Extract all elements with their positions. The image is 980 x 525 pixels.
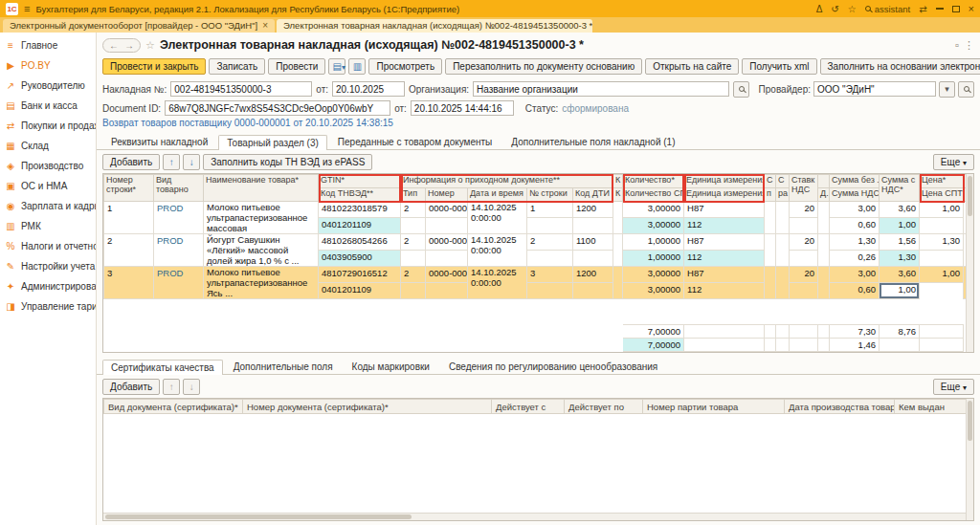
cell-doc-number-2[interactable] [426,283,468,299]
provider-lookup-button[interactable] [958,81,974,98]
get-xml-button[interactable]: Получить xml [742,58,816,75]
cell-sp[interactable] [765,267,776,299]
move-down-button[interactable]: ↓ [183,154,200,170]
cell-item-name[interactable]: Молоко питьевое ультрапастеризованное ма… [204,202,319,234]
cell-gtin[interactable]: 4810268054266 [319,234,401,251]
main-menu-icon[interactable]: ≡ [24,3,30,14]
cell-doc-type-2[interactable] [401,218,426,234]
cell-doc-line-2[interactable] [527,218,573,234]
cell-gtin[interactable]: 4810729016512 [319,267,401,283]
cert-move-up-button[interactable]: ↑ [163,379,180,395]
table-row[interactable]: 3PRODМолоко питьевое ультрапастеризованн… [104,267,974,283]
resize-icon[interactable]: ▫ [955,39,959,51]
view-button[interactable]: Просмотреть [368,58,442,75]
write-button[interactable]: Записать [209,58,265,75]
cell-gtin[interactable]: 4810223018579 [319,202,401,218]
cell-doc-line[interactable]: 3 [527,267,573,283]
cell-unit-spt[interactable]: 112 [684,218,765,234]
cell-item-kind[interactable]: PROD [154,234,204,267]
sidebar-item-taxes[interactable]: %Налоги и отчетность [0,236,96,256]
cell-dti-code[interactable]: 1100 [573,234,613,251]
cell-d[interactable] [818,202,830,234]
cell-doc-type[interactable]: 2 [401,234,426,251]
cell-k[interactable] [613,234,623,267]
cell-sum-with-vat[interactable]: 1,56 [880,234,920,251]
cell-dti-code[interactable]: 1200 [573,267,613,283]
cell-dti-code[interactable]: 1200 [573,202,613,218]
tab-document-section-2[interactable]: Переданные с товаром документы [329,134,501,149]
cell-doc-number[interactable]: 0000-000 [426,202,468,218]
sidebar-item-accounting-settings[interactable]: ✎Настройки учета [0,256,96,276]
create-based-on-button[interactable]: ▤▾ [328,58,345,75]
cell-unit[interactable]: H87 [684,202,765,218]
certificates-more-button[interactable]: Еще ▾ [933,379,974,395]
cell-price-spt[interactable]: 1,00 [880,283,920,299]
close-window-button[interactable]: × [969,3,974,14]
tab-certificates-section-0[interactable]: Сертификаты качества [102,360,223,375]
cell-doc-number-2[interactable] [426,218,468,234]
sidebar-item-bank[interactable]: ▤Банк и касса [0,96,96,116]
tab-certificates-section-2[interactable]: Коды маркировки [344,359,438,374]
cell-doc-line-2[interactable] [527,283,573,299]
cell-price[interactable]: 1,30 [920,234,964,251]
cell-sp[interactable] [765,234,776,267]
post-and-close-button[interactable]: Провести и закрыть [102,58,206,75]
support-icon[interactable]: ⇄ [919,4,926,14]
open-on-site-button[interactable]: Открыть на сайте [645,58,739,75]
provider-input[interactable] [813,81,936,97]
app-tab-edo[interactable]: Электронный документооборот [провайдер -… [3,19,275,33]
cell-item-kind[interactable]: PROD [154,202,204,234]
table-row[interactable]: 2PRODЙогурт Савушкин «Лёгкий» массовой д… [104,234,974,251]
print-button[interactable]: ▥ [348,58,366,75]
move-up-button[interactable]: ↑ [163,154,180,170]
cell-item-name[interactable]: Йогурт Савушкин «Лёгкий» массовой долей … [204,234,319,267]
back-button[interactable]: ← [109,40,119,51]
minimize-button[interactable] [936,8,944,10]
notifications-icon[interactable]: Δ [816,4,823,14]
certificates-hscrollbar[interactable] [103,513,966,520]
scrollbar-thumb[interactable] [968,176,972,216]
cell-tnved-code[interactable]: 0403905900 [319,251,401,267]
cell-sum-without-vat[interactable]: 3,00 [830,202,880,218]
cell-vat-sum[interactable]: 0,60 [830,283,880,299]
cell-doc-datetime[interactable]: 14.10.2025 0:00:00 [468,267,527,299]
cell-quantity[interactable]: 1,00000 [623,234,684,251]
tab-certificates-section-3[interactable]: Сведения по регулированию ценообразовани… [440,359,666,374]
organization-input[interactable] [473,81,729,97]
scrollbar-thumb[interactable] [968,401,972,441]
cell-vat-2[interactable] [790,218,818,234]
sidebar-item-home[interactable]: ≡Главное [0,35,96,55]
docid-input[interactable] [165,100,390,116]
cell-sum-with-vat[interactable]: 3,60 [880,202,920,218]
cell-dti-2[interactable] [573,218,613,234]
cell-tnved-code[interactable]: 0401201109 [319,218,401,234]
table-row[interactable]: 1PRODМолоко питьевое ультрапастеризованн… [104,202,974,218]
add-certificate-button[interactable]: Добавить [102,379,160,395]
favorites-icon[interactable]: ☆ [848,4,857,14]
sidebar-item-po-by[interactable]: ▶PO.BY [0,55,96,76]
cell-unit[interactable]: H87 [684,267,765,283]
provider-dropdown-button[interactable]: ▾ [939,81,955,98]
cell-sra[interactable] [776,202,790,234]
fill-from-einvoice-button[interactable]: Заполнить на основании электронной накла… [820,58,980,75]
app-tab-waybill[interactable]: Электронная товарная накладная (исходяща… [277,19,592,33]
organization-lookup-button[interactable] [733,81,749,98]
base-document-link[interactable]: Возврат товаров поставщику 0000-000001 о… [102,118,393,128]
cell-item-kind[interactable]: PROD [154,267,204,299]
fill-tnved-button[interactable]: Заполнить коды ТН ВЭД из ePASS [203,154,372,170]
cell-doc-datetime[interactable]: 14.10.2025 0:00:00 [468,234,527,267]
sidebar-item-assets[interactable]: ▣ОС и НМА [0,176,96,196]
assistant-search[interactable]: assistant [865,4,911,14]
cell-unit-spt[interactable]: 112 [684,251,765,267]
favorite-star-icon[interactable]: ☆ [145,39,155,52]
maximize-button[interactable] [952,6,960,12]
cell-sra[interactable] [776,267,790,299]
cell-k[interactable] [613,267,623,299]
cell-quantity-spt[interactable]: 3,00000 [623,218,684,234]
kebab-menu-icon[interactable]: ⋮ [964,39,974,52]
sidebar-item-tariff[interactable]: ◨Управление тарифом [0,296,96,317]
add-row-button[interactable]: Добавить [102,154,160,170]
cell-d[interactable] [818,267,830,299]
sidebar-item-rmk[interactable]: ▥РМК [0,216,96,236]
cell-unit[interactable]: H87 [684,234,765,251]
